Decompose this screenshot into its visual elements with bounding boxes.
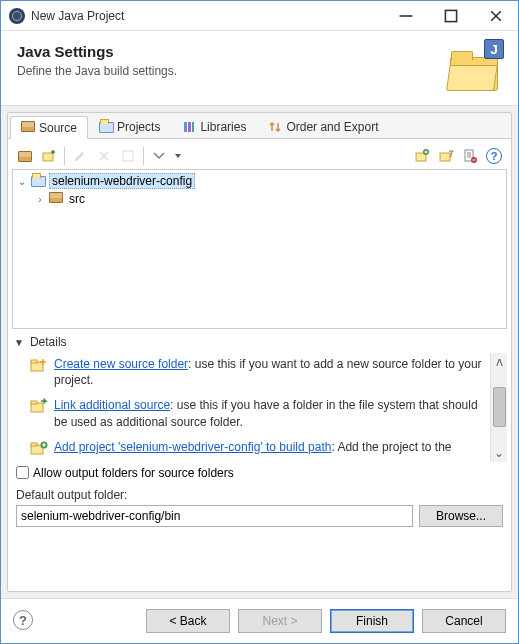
help-button[interactable]: ? — [483, 145, 505, 167]
detail-text: : Add the project to the — [331, 440, 451, 454]
add-buildpath-icon — [30, 440, 48, 456]
configure-filters-button[interactable] — [435, 145, 457, 167]
tree-src-node[interactable]: › src — [15, 190, 504, 208]
svg-rect-3 — [192, 122, 194, 132]
tree-project-node[interactable]: ⌄ selenium-webdriver-config — [15, 172, 504, 190]
source-tree[interactable]: ⌄ selenium-webdriver-config › src — [12, 169, 507, 329]
page-title: Java Settings — [17, 43, 446, 60]
scroll-thumb[interactable] — [493, 387, 506, 427]
wizard-banner: Java Settings Define the Java build sett… — [1, 31, 518, 106]
window-title: New Java Project — [31, 9, 383, 23]
add-project-buildpath-link[interactable]: Add project 'selenium-webdriver-config' … — [54, 440, 331, 454]
svg-rect-12 — [31, 360, 37, 363]
tab-source[interactable]: Source — [10, 116, 88, 139]
help-button[interactable]: ? — [13, 610, 35, 632]
tree-node-label: src — [67, 192, 87, 206]
scroll-down-icon[interactable]: ⌄ — [494, 446, 504, 460]
svg-rect-1 — [184, 122, 187, 132]
svg-rect-4 — [43, 153, 53, 161]
order-export-icon — [268, 120, 282, 134]
libraries-icon — [182, 120, 196, 134]
back-button[interactable]: < Back — [146, 609, 230, 633]
default-output-field[interactable] — [16, 505, 413, 527]
app-icon — [9, 8, 25, 24]
remove-button — [93, 145, 115, 167]
title-bar: New Java Project — [1, 1, 518, 31]
tab-label: Source — [39, 121, 77, 135]
allow-output-checkbox[interactable] — [16, 466, 29, 479]
collapse-icon[interactable]: ▼ — [14, 337, 24, 348]
svg-rect-2 — [188, 122, 191, 132]
tab-body-source: ? ⌄ selenium-webdriver-config › src ▼ De… — [8, 139, 511, 591]
allow-output-row: Allow output folders for source folders — [12, 462, 507, 488]
content-area: Source Projects Libraries Order and Expo… — [1, 106, 518, 598]
package-folder-icon — [49, 192, 65, 206]
svg-rect-5 — [123, 151, 133, 161]
collapse-icon[interactable]: ⌄ — [15, 176, 29, 187]
help-icon: ? — [486, 148, 502, 164]
tab-label: Libraries — [200, 120, 246, 134]
tree-node-label: selenium-webdriver-config — [49, 173, 195, 189]
svg-rect-8 — [440, 153, 450, 161]
svg-rect-0 — [445, 10, 456, 21]
details-scrollbar[interactable]: ʌ ⌄ — [490, 353, 507, 462]
next-button: Next > — [238, 609, 322, 633]
details-label: Details — [30, 335, 67, 349]
wizard-icon: J — [446, 43, 502, 91]
expand-all-button[interactable] — [148, 145, 170, 167]
allow-output-label: Allow output folders for source folders — [33, 466, 234, 480]
finish-button[interactable]: Finish — [330, 609, 414, 633]
dropdown-arrow-icon[interactable] — [172, 145, 184, 167]
tab-projects[interactable]: Projects — [88, 115, 171, 138]
scroll-up-icon[interactable]: ʌ — [496, 355, 503, 369]
svg-rect-16 — [31, 443, 37, 446]
svg-rect-14 — [31, 401, 37, 404]
package-folder-icon — [21, 121, 35, 135]
details-header[interactable]: ▼ Details — [12, 329, 507, 353]
detail-create-source-folder: Create new source folder: use this if yo… — [12, 353, 488, 394]
tab-bar: Source Projects Libraries Order and Expo… — [8, 113, 511, 139]
create-source-folder-link[interactable]: Create new source folder — [54, 357, 188, 371]
configure-output-button[interactable] — [459, 145, 481, 167]
page-subtitle: Define the Java build settings. — [17, 64, 446, 78]
tab-order-export[interactable]: Order and Export — [257, 115, 389, 138]
edit-button — [69, 145, 91, 167]
minimize-button[interactable] — [383, 1, 428, 30]
add-to-buildpath-button[interactable] — [411, 145, 433, 167]
help-icon: ? — [13, 610, 33, 630]
detail-link-source: Link additional source: use this if you … — [12, 394, 488, 435]
tab-label: Order and Export — [286, 120, 378, 134]
tab-label: Projects — [117, 120, 160, 134]
wizard-button-bar: ? < Back Next > Finish Cancel — [1, 598, 518, 643]
toggle-button — [117, 145, 139, 167]
link-source-button[interactable] — [38, 145, 60, 167]
add-source-folder-button[interactable] — [14, 145, 36, 167]
default-output-label: Default output folder: — [12, 488, 507, 505]
new-source-folder-icon — [30, 357, 48, 373]
close-button[interactable] — [473, 1, 518, 30]
link-additional-source-link[interactable]: Link additional source — [54, 398, 170, 412]
tab-libraries[interactable]: Libraries — [171, 115, 257, 138]
open-folder-icon — [31, 174, 47, 188]
browse-button[interactable]: Browse... — [419, 505, 503, 527]
maximize-button[interactable] — [428, 1, 473, 30]
source-toolbar: ? — [12, 143, 507, 169]
detail-add-to-buildpath: Add project 'selenium-webdriver-config' … — [12, 436, 488, 462]
link-source-icon — [30, 398, 48, 414]
cancel-button[interactable]: Cancel — [422, 609, 506, 633]
expand-icon[interactable]: › — [33, 194, 47, 205]
projects-icon — [99, 120, 113, 134]
